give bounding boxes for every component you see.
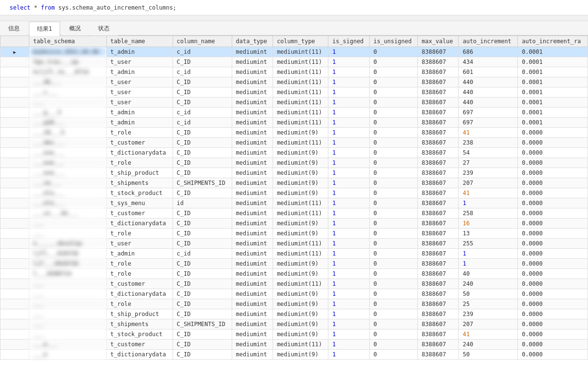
cell-schema: ___ [29,319,107,329]
cell-column: C_ID [173,299,232,309]
editor-area: select * from sys.schema_auto_increment_… [0,0,588,15]
table-row[interactable]: ___t_ship_productC_IDmediumintmediumint(… [0,309,588,319]
col-header-table_name[interactable]: table_name [106,36,173,47]
col-header-auto_increment_ra[interactable]: auto_increment_ra [518,36,588,47]
cell-unsigned: 0 [369,57,417,67]
table-row[interactable]: ljf___2010726t_roleC_IDmediumintmediumin… [0,259,588,269]
cell-max: 8388607 [418,178,459,188]
col-header-table_schema[interactable]: table_schema [29,36,107,47]
cell-column: C_SHIPMENTS_ID [173,319,232,329]
cell-ai: 41 [459,329,518,340]
cell-ctype: mediumint(9) [273,309,328,319]
table-row[interactable]: ___t_dictionarydataC_IDmediumintmediumin… [0,289,588,299]
table-row[interactable]: ___ve___t_shipmentsC_SHIPMENTS_IDmediumi… [0,178,588,188]
cell-max: 8388607 [418,148,459,158]
cell-unsigned: 0 [369,158,417,168]
cell-unsigned: 0 [369,168,417,178]
table-row[interactable]: ___e___t_customerC_IDmediumintmediumint(… [0,340,588,350]
table-row[interactable]: ___elo___t_sys_menuidmediumintmediumint(… [0,198,588,208]
cell-max: 8388607 [418,77,459,87]
table-row[interactable]: ___eve___t_ship_productC_IDmediumintmedi… [0,168,588,178]
tab-概况[interactable]: 概况 [61,21,89,36]
cell-column: C_ID [173,158,232,168]
col-header-is_unsigned[interactable]: is_unsigned [369,36,417,47]
col-header-auto_increment[interactable]: auto_increment [459,36,518,47]
col-header-is_signed[interactable]: is_signed [328,36,369,47]
cell-rate: 0.0000 [518,309,588,319]
table-row[interactable]: ___ui___de___t_customerC_IDmediumintmedi… [0,208,588,219]
table-row[interactable]: ___t_customerC_IDmediumintmediumint(11)1… [0,279,588,289]
table-row[interactable]: n______developt_userC_IDmediumintmediumi… [0,239,588,249]
cell-unsigned: 0 [369,198,417,208]
col-header-column_name[interactable]: column_name [173,36,232,47]
cell-rate: 0.0000 [518,269,588,279]
table-row[interactable]: ___t_roleC_IDmediumintmediumint(9)108388… [0,229,588,239]
row-indicator [0,249,29,259]
table-row[interactable]: ___et_dictionarydataC_IDmediumintmediumi… [0,350,588,360]
cell-table: t_user [106,77,173,87]
cell-ai: 50 [459,350,518,360]
col-header-data_type[interactable]: data_type [232,36,273,47]
table-row[interactable]: ___dev___t_customerC_IDmediumintmediumin… [0,138,588,148]
tabs-bar: 信息结果1概况状态 [0,21,588,36]
col-header-max_value[interactable]: max_value [418,36,459,47]
tab-状态[interactable]: 状态 [90,21,118,36]
cell-dtype: mediumint [232,259,273,269]
table-row[interactable]: ___t_dictionarydataC_IDmediumintmediumin… [0,219,588,229]
col-header-column_type[interactable]: column_type [273,36,328,47]
table-row[interactable]: ___g___3t_adminc_idmediumintmediumint(11… [0,108,588,118]
table-container[interactable]: table_schematable_namecolumn_namedata_ty… [0,36,588,388]
table-row[interactable]: ___t_shipmentsC_SHIPMENTS_IDmediumintmed… [0,319,588,329]
scrollbar-area[interactable] [0,15,588,21]
cell-rate: 0.0001 [518,57,588,67]
cell-rate: 0.0001 [518,77,588,87]
table-row[interactable]: l___0200714t_roleC_IDmediumintmediumint(… [0,269,588,279]
table-row[interactable]: ___eve___t_roleC_IDmediumintmediumint(9)… [0,158,588,168]
table-row[interactable]: ___t_stock_productC_IDmediumintmediumint… [0,329,588,340]
table-row[interactable]: fgn_trac___opt_userC_IDmediumintmediumin… [0,57,588,67]
cell-table: t_admin [106,249,173,259]
table-row[interactable]: ___20___5t_roleC_IDmediumintmediumint(9)… [0,128,588,138]
cell-table: t_user [106,239,173,249]
cell-signed: 1 [328,259,369,269]
cell-unsigned: 0 [369,219,417,229]
cell-dtype: mediumint [232,239,273,249]
table-row[interactable]: ___c___t_userC_IDmediumintmediumint(11)1… [0,87,588,97]
table-row[interactable]: ▶bydevice_2021_04_06t_adminc_idmediumint… [0,47,588,57]
table-row[interactable]: ___eve___t_dictionarydataC_IDmediumintme… [0,148,588,158]
table-row[interactable]: ___db___t_userC_IDmediumintmediumint(11)… [0,77,588,87]
cell-ai: 238 [459,138,518,148]
cell-column: C_ID [173,259,232,269]
cell-table: t_ship_product [106,168,173,178]
row-indicator [0,350,29,360]
cell-rate: 0.0000 [518,239,588,249]
cell-column: C_ID [173,138,232,148]
cell-ctype: mediumint(11) [273,97,328,108]
row-indicator [0,188,29,198]
results-table: table_schematable_namecolumn_namedata_ty… [0,36,588,360]
cell-max: 8388607 [418,299,459,309]
cell-ai: 434 [459,57,518,67]
cell-rate: 0.0000 [518,229,588,239]
cell-schema: ___ve___ [29,178,107,188]
cell-ai: 40 [459,269,518,279]
table-row[interactable]: ___t_userC_IDmediumintmediumint(11)10838… [0,97,588,108]
cell-ctype: mediumint(9) [273,259,328,269]
table-row[interactable]: hcljfl_te___0714t_adminc_idmediumintmedi… [0,67,588,77]
table-row[interactable]: ___g20___t_adminc_idmediumintmediumint(1… [0,118,588,128]
table-row[interactable]: ljfl___010726t_adminc_idmediumintmediumi… [0,249,588,259]
tab-信息[interactable]: 信息 [0,21,28,36]
cell-schema: ___dev___ [29,138,107,148]
cell-column: C_ID [173,188,232,198]
row-indicator [0,118,29,128]
tab-结果1[interactable]: 结果1 [29,22,60,36]
cell-unsigned: 0 [369,279,417,289]
cell-column: id [173,198,232,208]
row-indicator [0,77,29,87]
cell-schema: ___c___ [29,87,107,97]
row-indicator [0,329,29,340]
cell-signed: 1 [328,229,369,239]
cell-max: 8388607 [418,57,459,67]
table-row[interactable]: ___elo___t_stock_productC_IDmediumintmed… [0,188,588,198]
table-row[interactable]: ___t_roleC_IDmediumintmediumint(9)108388… [0,299,588,309]
